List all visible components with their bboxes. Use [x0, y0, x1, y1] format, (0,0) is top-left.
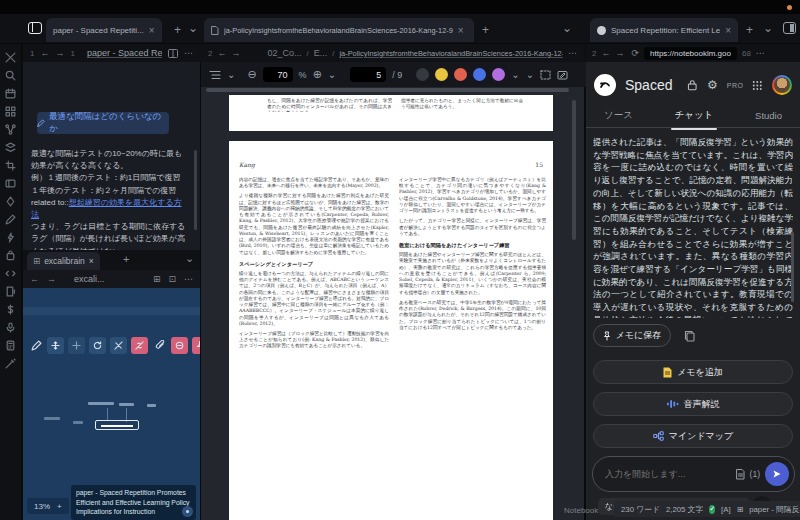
select-tool-button[interactable] [68, 337, 85, 354]
tab-list-chevron-icon[interactable]: ⌄ [763, 21, 773, 35]
chat-input[interactable] [605, 469, 731, 479]
back-icon[interactable]: ← [40, 48, 49, 58]
zoom-chevron-icon[interactable]: ⌄ [328, 69, 336, 80]
tab-chat[interactable]: チャット [675, 109, 714, 122]
notes-scrollbar[interactable] [194, 150, 197, 230]
tool-chevron-icon[interactable]: ⌄ [526, 69, 534, 80]
layers-icon[interactable] [5, 142, 16, 153]
layout-grid-icon[interactable]: ⊞ [153, 274, 161, 284]
pdf-zoom-input[interactable] [263, 67, 293, 82]
breadcrumb-file[interactable]: ja-PolicyInsightsfromtheBehavioralandBra… [339, 49, 563, 58]
graph-node[interactable] [73, 421, 83, 424]
forward-icon[interactable]: → [231, 48, 240, 58]
pen-icon[interactable] [5, 214, 16, 225]
right-sidebar-toggle-icon[interactable] [783, 22, 796, 34]
back-icon[interactable]: ← [30, 274, 39, 284]
note-body[interactable]: 最適な間隔はテストの10~20%の時に最も効果が高くなる高くなる。 例）１週間後… [31, 148, 189, 258]
tab-close-icon[interactable]: × [89, 256, 94, 266]
save-icon[interactable]: ⊡ [168, 274, 176, 284]
pane-title[interactable]: paper - Spaced Re... [87, 48, 162, 58]
dollar-icon[interactable] [5, 304, 16, 315]
tab-list-chevron-icon[interactable]: ⌄ [562, 21, 572, 35]
tab-list-chevron-icon[interactable]: ⌄ [188, 21, 198, 35]
crop-icon[interactable] [5, 160, 16, 171]
mindmap-button[interactable]: マインドマップ [593, 424, 793, 448]
color-swatch-red[interactable] [454, 68, 467, 81]
select-region-icon[interactable] [540, 70, 551, 80]
node-action-button[interactable] [182, 506, 193, 517]
pdf-horizontal-scrollbar[interactable] [206, 88, 569, 92]
avatar[interactable] [772, 75, 792, 95]
save-to-note-button[interactable]: メモに保存 [593, 324, 671, 347]
zoom-out-icon[interactable]: ⊖ [247, 68, 256, 81]
hide-links-button[interactable] [131, 337, 148, 354]
zoom-in-icon[interactable]: + [57, 502, 62, 511]
breadcrumb-folder[interactable]: E... [314, 48, 328, 58]
refresh-button[interactable] [89, 337, 106, 354]
search-icon[interactable] [5, 70, 16, 81]
reload-icon[interactable]: ⟳ [631, 48, 639, 58]
graph-node[interactable] [88, 402, 114, 405]
pdf-vertical-scrollbar[interactable] [572, 100, 576, 240]
code-icon[interactable] [5, 268, 16, 279]
reading-view-icon[interactable] [168, 49, 178, 58]
tab-browser[interactable]: Spaced Repetition: Efficient Learn... × [590, 18, 738, 42]
url-bar[interactable]: https://notebooklm.goo [644, 47, 737, 60]
card-icon[interactable] [5, 178, 16, 189]
more-options-icon[interactable]: ⋯ [568, 48, 577, 58]
chat-input-card[interactable]: (1) [592, 456, 795, 492]
back-icon[interactable]: ← [601, 48, 610, 58]
audio-overview-button[interactable]: 音声解説 [593, 392, 793, 416]
color-swatch-none[interactable] [416, 68, 429, 81]
graph-icon[interactable] [5, 124, 16, 135]
outline-chevron-icon[interactable]: ⌄ [227, 69, 235, 80]
settings-gear-icon[interactable]: ⚙ [707, 78, 718, 92]
close-icon[interactable] [5, 52, 16, 63]
pin-node-button[interactable] [192, 337, 200, 354]
tab-close-icon[interactable]: × [458, 25, 464, 36]
graph-node[interactable] [44, 417, 60, 420]
new-tab-button[interactable]: + [746, 23, 753, 37]
selected-node-title[interactable]: paper - Spaced Repetition Promotes Effic… [71, 485, 196, 520]
lock-icon[interactable] [687, 79, 698, 91]
add-note-button[interactable]: メモを追加 [593, 360, 793, 384]
remove-node-button[interactable] [171, 337, 188, 354]
graph-node[interactable] [119, 403, 134, 406]
color-swatch-purple[interactable] [492, 68, 505, 81]
tab-sources[interactable]: ソース [604, 109, 633, 122]
more-options-icon[interactable]: ⋯ [184, 48, 193, 58]
wand-icon[interactable] [5, 358, 16, 369]
canvas-zoom-control[interactable]: 13% + [27, 498, 69, 514]
pencil-tool-icon[interactable] [31, 340, 42, 351]
tab-list-chevron-icon[interactable]: ⌄ [185, 252, 194, 265]
color-swatch-yellow[interactable] [435, 68, 448, 81]
note-title-callout[interactable]: 最適な間隔はどのくらいなのか [37, 112, 169, 134]
chat-scrollbar[interactable] [791, 232, 794, 302]
color-swatch-blue[interactable] [473, 68, 486, 81]
color-chevron-icon[interactable]: ⌄ [511, 69, 519, 80]
forward-icon[interactable]: → [55, 48, 64, 58]
graph-node-selected[interactable] [95, 420, 139, 430]
annotate-icon[interactable] [557, 70, 568, 80]
vault-icon[interactable] [5, 250, 16, 261]
send-button[interactable] [765, 462, 789, 486]
tab-studio[interactable]: Studio [755, 110, 782, 121]
back-icon[interactable]: ← [217, 48, 226, 58]
excalibrain-canvas[interactable]: 13% + paper - Spaced Repetition Promotes… [23, 288, 200, 520]
more-options-icon[interactable]: ⋯ [756, 48, 765, 58]
spark-icon[interactable] [5, 196, 16, 207]
unpin-button[interactable] [110, 337, 127, 354]
forward-icon[interactable]: → [47, 274, 56, 284]
tab-pdf[interactable]: ja-PolicyInsightsfromtheBehavioralandBra… [204, 18, 474, 42]
new-tab-button[interactable]: + [482, 23, 489, 37]
breadcrumb-folder[interactable]: 02_Co... [267, 48, 301, 58]
calendar-icon[interactable] [5, 88, 16, 99]
new-tab-button[interactable]: + [174, 23, 181, 37]
attachment-icon[interactable] [155, 340, 166, 351]
notebook-title[interactable]: Spaced [625, 77, 672, 93]
zap-icon[interactable] [5, 232, 16, 243]
more-options-icon[interactable]: ⋯ [184, 274, 193, 284]
pdf-page-input[interactable] [350, 67, 386, 82]
new-tab-button[interactable]: + [123, 253, 129, 265]
exit-icon[interactable] [5, 286, 16, 297]
